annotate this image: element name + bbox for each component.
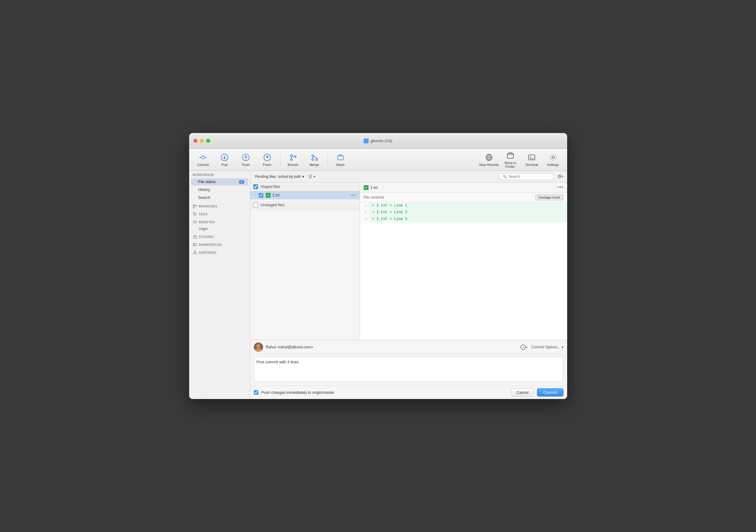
svg-line-44	[523, 347, 524, 348]
settings-button[interactable]: Settings	[543, 151, 563, 169]
sidebar-tags-section[interactable]: TAGS	[189, 210, 250, 218]
view-remote-label: View Remote	[479, 163, 499, 167]
diff-line-content-1: + 1.txt > Line 1	[370, 202, 567, 209]
search-box[interactable]: 🔍	[499, 173, 554, 180]
search-input[interactable]	[509, 174, 551, 179]
file-added-icon: +	[266, 193, 271, 198]
svg-point-30	[194, 213, 195, 214]
commit-button[interactable]: Commit	[193, 151, 214, 169]
settings-icon	[549, 153, 557, 162]
stashes-label: STASHES	[199, 235, 214, 239]
svg-point-14	[316, 159, 318, 160]
remotes-label: REMOTES	[199, 221, 215, 224]
push-button[interactable]: Push	[235, 151, 256, 169]
minimize-button[interactable]	[200, 139, 204, 143]
gear-settings-btn[interactable]: ⚙ ▾	[556, 173, 564, 180]
unstaged-files-checkbox[interactable]	[253, 202, 258, 207]
traffic-lights	[193, 139, 210, 143]
file-1txt-checkbox[interactable]	[259, 193, 263, 198]
view-options-btn[interactable]: ☰ ▾	[309, 174, 315, 179]
merge-button[interactable]: Merge	[304, 151, 325, 169]
sidebar-remote-origin[interactable]: origin	[189, 226, 250, 232]
window-title: gitundo (Git)	[364, 139, 392, 144]
view-remote-button[interactable]: View Remote	[479, 151, 500, 169]
subtree-icon-sidebar	[193, 251, 197, 255]
pull-button[interactable]: Pull	[214, 151, 235, 169]
svg-point-0	[202, 156, 205, 159]
sidebar-submodules-section[interactable]: SUBMODULES	[189, 240, 250, 248]
pull-label: Pull	[222, 163, 227, 167]
file-status-badge: 1	[239, 180, 244, 184]
unstaged-files-header[interactable]: Unstaged files	[250, 201, 360, 210]
close-button[interactable]	[193, 139, 197, 143]
pull-icon	[220, 153, 229, 162]
branches-label: BRANCHES	[199, 205, 218, 208]
stash-button[interactable]: Stash	[330, 151, 351, 169]
commit-message-input[interactable]: First commit with 3 lines	[254, 357, 563, 382]
history-label: History	[198, 188, 210, 192]
staged-file-row-1txt[interactable]: + 1.txt •••	[250, 191, 360, 200]
commit-options-button[interactable]: Commit Options... ▾	[531, 345, 563, 349]
sidebar-branches-section[interactable]: BRANCHES	[189, 201, 250, 210]
svg-line-37	[194, 252, 195, 253]
svg-point-25	[552, 156, 554, 159]
chevron-down-icon: ▾	[302, 174, 304, 179]
commit-message-area: First commit with 3 lines	[250, 355, 567, 386]
show-in-finder-button[interactable]: Show in Finder	[500, 151, 521, 169]
sidebar-subtrees-section[interactable]: SUBTREES	[189, 248, 250, 256]
sidebar-item-history[interactable]: History	[191, 186, 248, 193]
fetch-button[interactable]: Fetch	[257, 151, 278, 169]
tags-label: TAGS	[199, 213, 208, 216]
diff-line-num-3: 3	[360, 216, 370, 222]
staged-files-label: Staged files	[260, 185, 281, 189]
sidebar-item-file-status[interactable]: File status 1	[191, 178, 248, 185]
pending-files-label: Pending files, sorted by path	[255, 174, 301, 179]
stash-label: Stash	[336, 163, 344, 167]
clock-button[interactable]: ▾	[520, 343, 528, 351]
commit-panel: Rahul <rahul@attosol.com> ▾ Commit Optio…	[250, 340, 567, 399]
commit-footer: Push changes immediately to origin/maste…	[250, 386, 567, 399]
stash-icon-sidebar	[193, 235, 197, 239]
branch-button[interactable]: Branch	[283, 151, 304, 169]
globe-icon	[485, 153, 493, 162]
cancel-button[interactable]: Cancel	[511, 388, 534, 397]
settings-label: Settings	[547, 163, 559, 167]
toolbar-separator	[280, 154, 281, 165]
fetch-label: Fetch	[263, 163, 272, 167]
unstage-hunk-button[interactable]: Unstage hunk	[535, 194, 563, 200]
main-content: WORKSPACE File status 1 History Search	[189, 171, 567, 399]
file-list-pane: Staged files + 1.txt ••• Unstaged files	[250, 182, 360, 340]
subtrees-label: SUBTREES	[199, 251, 217, 254]
merge-icon	[310, 153, 319, 162]
maximize-button[interactable]	[206, 139, 210, 143]
diff-line-content-3: + 1.txt > Line 3	[370, 216, 567, 222]
file-more-button[interactable]: •••	[350, 193, 357, 198]
diff-file-added-icon: +	[364, 185, 368, 190]
chevron-down-icon-2: ▾	[313, 174, 315, 179]
app-window: gitundo (Git) Commit	[189, 133, 567, 399]
gear-icon: ⚙	[557, 173, 562, 179]
sidebar-item-search[interactable]: Search	[191, 194, 248, 201]
pending-files-dropdown[interactable]: Pending files, sorted by path ▾	[253, 173, 306, 180]
terminal-button[interactable]: Terminal	[521, 151, 542, 169]
push-icon	[242, 153, 250, 162]
author-avatar	[254, 343, 263, 352]
diff-filename: 1.txt	[370, 185, 558, 190]
svg-rect-16	[338, 156, 343, 160]
staged-files-checkbox[interactable]	[253, 184, 258, 189]
show-in-finder-label: Show in Finder	[500, 161, 521, 168]
list-icon: ☰	[309, 174, 312, 179]
toolbar: Commit Pull	[189, 149, 567, 171]
terminal-label: Terminal	[526, 163, 538, 167]
sidebar-remotes-section[interactable]: REMOTES	[189, 218, 250, 226]
diff-more-button[interactable]: •••	[558, 184, 563, 191]
unstaged-files-label: Unstaged files	[260, 203, 284, 207]
staged-files-header[interactable]: Staged files	[250, 182, 360, 191]
commit-submit-button[interactable]: Commit	[537, 388, 563, 397]
branch-icon	[289, 153, 297, 162]
push-checkbox[interactable]	[254, 390, 258, 395]
sidebar-stashes-section[interactable]: STASHES	[189, 232, 250, 240]
diff-line-num-1: 1	[360, 202, 370, 209]
commit-panel-header: Rahul <rahul@attosol.com> ▾ Commit Optio…	[250, 340, 567, 355]
commit-label: Commit	[197, 163, 209, 167]
